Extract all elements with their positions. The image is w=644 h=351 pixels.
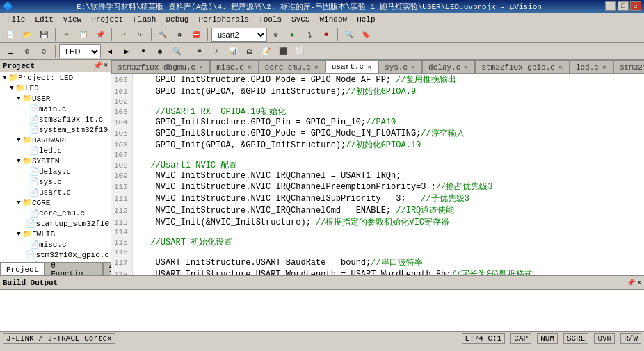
expand-icon-hardware[interactable]: ▼ (15, 137, 22, 144)
expand-icon-project-led[interactable]: ▼ (1, 74, 8, 81)
expand-icon-system[interactable]: ▼ (15, 158, 22, 165)
tbtn5[interactable]: ▶ (119, 44, 134, 58)
tbtn10[interactable]: ⚡ (209, 44, 224, 58)
tree-item-core[interactable]: ▼ 📁 CORE (0, 197, 111, 208)
line-code[interactable]: GPIO_Init(GPIOA, &GPIO_InitStructure);//… (132, 139, 644, 151)
line-code[interactable]: //USART 初始化设置 (132, 236, 644, 248)
redo-btn[interactable]: ↪ (132, 28, 147, 42)
menu-tools[interactable]: Tools (255, 14, 286, 25)
tree-item-hardware[interactable]: ▼ 📁 HARDWARE (0, 135, 111, 145)
paste-btn[interactable]: 📌 (92, 28, 108, 42)
menu-flash[interactable]: Flash (129, 14, 160, 25)
panel-close-icon[interactable]: ✕ (104, 61, 108, 70)
menu-project[interactable]: Project (87, 14, 127, 25)
tab-close-delay[interactable]: ✕ (463, 65, 469, 70)
menu-edit[interactable]: Edit (31, 14, 57, 25)
tbtn13[interactable]: 📝 (259, 44, 274, 58)
tab-close-core-cm3[interactable]: ✕ (314, 65, 319, 70)
maximize-button[interactable]: □ (618, 1, 629, 11)
line-code[interactable]: NVIC_InitStructure.NVIC_IRQChannel = USA… (132, 171, 644, 181)
tree-item-main-c[interactable]: 📄 main.c (0, 104, 111, 114)
tab-close-misc[interactable]: ✕ (247, 65, 252, 70)
line-code[interactable]: GPIO_Init(GPIOA, &GPIO_InitStructure);//… (132, 85, 644, 97)
tab-close-gpio[interactable]: ✕ (558, 65, 563, 70)
step-btn[interactable]: ⤵ (302, 28, 317, 42)
tree-item-project-led[interactable]: ▼ 📁 Project: LED (0, 72, 111, 83)
build-output-body[interactable] (0, 290, 644, 331)
line-code[interactable]: USART_InitStructure.USART_WordLength = U… (132, 268, 644, 275)
line-code[interactable]: USART_InitStructure.USART_BaudRate = bou… (132, 256, 644, 268)
target-dropdown[interactable]: usart2 (211, 28, 267, 42)
tree-item-delay-c[interactable]: 📄 delay.c (0, 166, 111, 177)
expand-icon-led[interactable]: ▼ (8, 85, 15, 92)
line-code[interactable]: GPIO_InitStructure.GPIO_Mode = GPIO_Mode… (132, 74, 644, 85)
copy-btn[interactable]: 📋 (76, 28, 91, 42)
menu-view[interactable]: View (59, 14, 86, 25)
tab-delay[interactable]: delay.c ✕ (422, 60, 475, 73)
line-code[interactable]: NVIC_InitStructure.NVIC_IRQChannelCmd = … (132, 204, 644, 216)
tab-close-stm32f10x-dbgmu[interactable]: ✕ (198, 65, 204, 70)
menu-peripherals[interactable]: Peripherals (194, 14, 253, 25)
build-output-pin[interactable]: 📌 (627, 279, 635, 287)
panel-pin-icon[interactable]: 📌 (93, 61, 103, 70)
tree-item-usart-c[interactable]: 📄 usart.c (0, 187, 111, 197)
expand-icon-core[interactable]: ▼ (15, 199, 22, 206)
menu-file[interactable]: File (3, 14, 29, 25)
line-code[interactable] (132, 151, 644, 159)
tree-item-user[interactable]: ▼ 📁 USER (0, 93, 111, 104)
tab-led[interactable]: led.c ✕ (570, 60, 613, 73)
tbtn11[interactable]: 📊 (225, 44, 241, 58)
tab-project[interactable]: Project (0, 263, 45, 275)
tab-close-sys[interactable]: ✕ (410, 65, 416, 70)
stop-run-btn[interactable]: ■ (319, 28, 334, 42)
run-btn[interactable]: ▶ (285, 28, 300, 42)
tbtn2[interactable]: ⊕ (19, 44, 35, 58)
expand-icon-fwlib[interactable]: ▼ (15, 231, 22, 238)
tab-templates[interactable]: Δ Templat... (103, 263, 111, 275)
tbtn15[interactable]: ⬜ (292, 44, 307, 58)
tbtn14[interactable]: ⬛ (275, 44, 291, 58)
tab-functions[interactable]: θ Functio... (45, 263, 103, 275)
tree-item-stm32-gpio[interactable]: 📄 stm32f10x_gpio.c (0, 250, 111, 260)
tab-sys[interactable]: sys.c ✕ (378, 60, 422, 73)
tree-item-system-folder[interactable]: ▼ 📁 SYSTEM (0, 156, 111, 166)
tbtn1[interactable]: ☰ (3, 44, 18, 58)
menu-help[interactable]: Help (353, 14, 379, 25)
tab-stm32f10x-gpio2[interactable]: stm32f10x_gpio.c ✕ (475, 60, 570, 73)
save-btn[interactable]: 💾 (36, 28, 51, 42)
menu-svcs[interactable]: SVCS (287, 14, 314, 25)
tab-close-led[interactable]: ✕ (602, 65, 607, 70)
close-button[interactable]: ✕ (630, 1, 641, 11)
tbtn3[interactable]: ⊖ (36, 44, 51, 58)
tab-close-usart[interactable]: ✕ (367, 64, 372, 70)
cut-btn[interactable]: ✂ (59, 28, 74, 42)
build-btn[interactable]: 🔨 (155, 28, 170, 42)
minimize-button[interactable]: ─ (605, 1, 616, 11)
tree-item-led-c[interactable]: 📄 led.c (0, 145, 111, 156)
line-code[interactable]: //USART1_RX GPIOA.10初始化 (132, 106, 644, 117)
tree-item-system-stm32f10[interactable]: 📄 system_stm32f10 (0, 124, 111, 135)
code-view[interactable]: 100 GPIO_InitStructure.GPIO_Mode = GPIO_… (111, 74, 644, 275)
tree-item-startup[interactable]: 📄 startup_stm32f10 (0, 218, 111, 229)
tab-core-cm3[interactable]: core_cm3.c ✕ (259, 60, 325, 73)
menu-debug[interactable]: Debug (161, 14, 193, 25)
tbtn4[interactable]: ◀ (102, 44, 118, 58)
undo-btn[interactable]: ↩ (115, 28, 131, 42)
tbtn8[interactable]: 🔍 (169, 44, 184, 58)
tab-stm32f10x-it[interactable]: stm32f10x_it.c ✕ (613, 60, 644, 73)
tree-item-led[interactable]: ▼ 📁 LED (0, 83, 111, 93)
tab-stm32f10x-dbgmu[interactable]: stm32f10x_dbgmu.c ✕ (111, 60, 210, 73)
line-code[interactable]: NVIC_Init(&NVIC_InitStructure); //根据指定的参… (132, 216, 644, 228)
tbtn7[interactable]: ◉ (152, 44, 168, 58)
line-code[interactable]: GPIO_InitStructure.GPIO_Pin = GPIO_Pin_1… (132, 117, 644, 127)
line-code[interactable]: NVIC_InitStructure.NVIC_IRQChannelPreemp… (132, 181, 644, 193)
open-file-btn[interactable]: 📂 (19, 28, 35, 42)
line-code[interactable]: //Usart1 NVIC 配置 (132, 159, 644, 171)
new-file-btn[interactable]: 📄 (3, 28, 18, 42)
tree-item-core-cm3[interactable]: 📄 core_cm3.c (0, 208, 111, 218)
line-code[interactable] (132, 228, 644, 236)
expand-icon-user[interactable]: ▼ (15, 95, 22, 102)
tbtn6[interactable]: ● (136, 44, 151, 58)
tab-misc[interactable]: misc.c ✕ (210, 60, 259, 73)
build-output-close[interactable]: ✕ (638, 279, 641, 287)
